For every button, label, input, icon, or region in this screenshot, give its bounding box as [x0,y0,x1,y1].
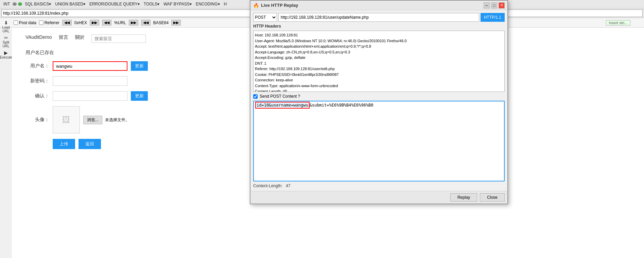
load-url-icon: ⬇ [4,20,8,26]
referrer-label: Referrer [45,20,59,25]
split-url-tool[interactable]: ✂ Split URL [0,34,12,49]
new-password-input[interactable] [53,76,127,86]
update-username-btn[interactable]: 更新 [131,61,148,71]
header-line: Connection: keep-alive [255,77,503,83]
header-line: DNT: 1 [255,61,503,66]
post-data-checkbox[interactable] [14,20,18,25]
live-http-replay-dialog: 🔥 Live HTTP Replay ─ □ ✕ POST HTTP/1.1 H… [250,0,508,204]
post-content-highlighted: id=10&username=wangwu [255,102,310,109]
send-post-row: Send POST Content ? [253,94,505,99]
replay-btn[interactable]: Replay [450,193,477,201]
send-post-label[interactable]: Send POST Content ? [260,94,300,99]
referrer-checkbox-label[interactable]: Referrer [39,20,59,25]
dialog-footer: Replay Close [250,191,507,204]
update-password-btn[interactable]: 更新 [131,91,148,101]
post-content-rest: &submit=%E6%9B%B4%E6%96%B0 [310,103,373,108]
content-length-row: Content-Length: 47 [253,183,505,188]
confirm-input[interactable] [53,91,127,101]
nav-liuyan[interactable]: 留言 [59,34,68,43]
dialog-icon: 🔥 [253,3,259,8]
side-tools: ⬇ Load URL ✂ Split URL ▶ Execute [0,18,12,60]
url-left-btn[interactable]: ◀◀ [102,20,111,26]
dialog-titlebar: 🔥 Live HTTP Replay ─ □ ✕ [250,1,507,10]
hex-label: 0xHEX [74,20,87,25]
back-btn[interactable]: 返回 [79,139,101,149]
header-line: Accept-Language: zh-CN,zh;q=0.8,en-US;q=… [255,49,503,55]
post-content-area[interactable]: id=10&username=wangwu&submit=%E6%9B%B4%E… [253,101,505,181]
split-url-icon: ✂ [4,35,8,41]
content-length-value: 47 [286,183,290,188]
image-icon: 🖼 [62,115,70,125]
nav-vaudit[interactable]: VAuditDemo [25,34,52,43]
insert-string-btn[interactable]: Insert stri... [606,20,630,26]
avatar-preview: 🖼 [53,106,80,133]
new-password-label: 新密码： [25,78,49,84]
post-data-checkbox-label[interactable]: Post data [14,20,36,25]
header-line: Host: 192.168.109.128:81 [255,32,503,38]
send-post-checkbox[interactable] [253,94,258,99]
dialog-body: POST HTTP/1.1 HTTP Headers Host: 192.168… [250,10,507,191]
nav-guanyu[interactable]: 關於 [75,34,85,43]
header-line: Content-Type: application/x-www-form-url… [255,83,503,89]
menu-union-based[interactable]: UNION BASED▾ [53,2,87,6]
referrer-checkbox[interactable] [39,20,43,25]
upload-btn[interactable]: 上传 [53,139,75,149]
no-file-label: 未选择文件。 [105,117,129,123]
header-line: Accept: text/html,application/xhtml+xml,… [255,44,503,49]
http-version-btn[interactable]: HTTP/1.1 [481,13,505,22]
base64-label: BASE64 [153,20,169,25]
menu-encoding[interactable]: ENCODING▾ [194,2,222,6]
menu-h[interactable]: H [222,2,229,6]
url-encode-label: %URL [114,20,126,25]
browse-btn[interactable]: 浏览... [83,116,102,124]
hex-right-btn[interactable]: ▶▶ [90,20,99,26]
load-url-label: Load URL [1,26,11,33]
headers-box: Host: 192.168.109.128:81User-Agent: Mozi… [253,31,505,92]
confirm-label: 确认： [25,93,49,99]
header-line: Cookie: PHPSESSID=0knk01enll8pr2i30ns8l6… [255,72,503,78]
dialog-title: Live HTTP Replay [261,3,484,8]
header-line: Referer: http://192.168.109.128:81/user/… [255,66,503,72]
dot-green [18,2,22,6]
post-data-label: Post data [19,20,36,25]
base64-right-btn[interactable]: ▶▶ [171,20,181,26]
close-btn[interactable]: Close [480,193,505,201]
avatar-label: 头像： [25,117,49,123]
username-input[interactable] [53,61,127,71]
header-line: Content-Length: 48 [255,88,503,92]
execute-icon: ▶ [4,50,8,55]
menu-error-double[interactable]: ERROR/DOUBLE QUERY▾ [87,2,142,6]
hex-left-btn[interactable]: ◀◀ [62,20,72,26]
split-url-label: Split URL [1,41,11,48]
search-input[interactable] [91,34,146,43]
menu-waf-bypass[interactable]: WAF BYPASS▾ [161,2,194,6]
maximize-btn[interactable]: □ [491,2,497,9]
minimize-btn[interactable]: ─ [484,2,490,9]
browse-area: 浏览... 未选择文件。 [83,116,129,124]
menu-tools[interactable]: TOOLS▾ [142,2,161,6]
execute-label: Execute [0,55,12,59]
header-line: Accept-Encoding: gzip, deflate [255,55,503,61]
headers-label: HTTP Headers [253,24,505,29]
header-line: User-Agent: Mozilla/5.0 (Windows NT 10.0… [255,38,503,44]
dot-gray [13,2,17,6]
method-select[interactable]: POST [253,13,277,22]
username-label: 用户名： [25,63,49,69]
menu-sql-basics[interactable]: SQL BASICS▾ [23,2,53,6]
load-url-tool[interactable]: ⬇ Load URL [0,19,12,34]
url-right-btn[interactable]: ▶▶ [129,20,138,26]
base64-left-btn[interactable]: ◀◀ [141,20,151,26]
execute-tool[interactable]: ▶ Execute [0,49,12,60]
dialog-url-input[interactable] [278,13,479,22]
dialog-url-row: POST HTTP/1.1 [253,13,505,22]
dialog-close-x-btn[interactable]: ✕ [499,2,505,9]
dialog-controls: ─ □ ✕ [484,2,505,9]
int-dropdown[interactable]: INT [1,2,12,6]
content-length-label: Content-Length: [253,183,282,188]
